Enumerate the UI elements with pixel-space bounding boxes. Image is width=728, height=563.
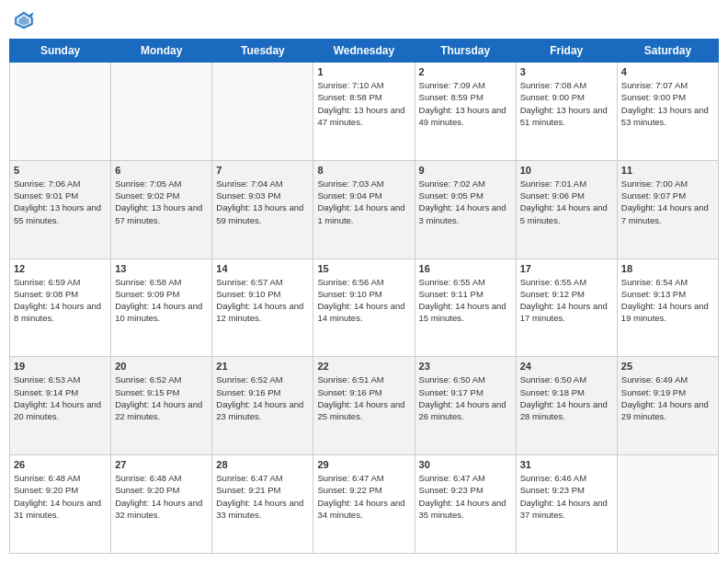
table-row: 24Sunrise: 6:50 AMSunset: 9:18 PMDayligh…	[516, 357, 617, 455]
day-number: 21	[216, 361, 309, 372]
table-row: 30Sunrise: 6:47 AMSunset: 9:23 PMDayligh…	[415, 455, 516, 554]
daylight-text: Daylight: 14 hours and 31 minutes.	[14, 497, 107, 522]
table-row: 6Sunrise: 7:05 AMSunset: 9:02 PMDaylight…	[111, 160, 212, 259]
daylight-text: Daylight: 13 hours and 49 minutes.	[419, 104, 512, 129]
day-number: 7	[216, 165, 309, 176]
sunset-text: Sunset: 8:58 PM	[317, 91, 410, 103]
daylight-text: Daylight: 14 hours and 28 minutes.	[520, 398, 613, 423]
sunset-text: Sunset: 9:07 PM	[621, 190, 714, 201]
sunrise-text: Sunrise: 6:49 AM	[621, 373, 714, 385]
daylight-text: Daylight: 14 hours and 29 minutes.	[621, 398, 714, 423]
day-info: Sunrise: 6:47 AMSunset: 9:22 PMDaylight:…	[317, 472, 410, 521]
sunset-text: Sunset: 9:02 PM	[115, 190, 208, 201]
sunset-text: Sunset: 9:00 PM	[621, 91, 714, 103]
table-row: 10Sunrise: 7:01 AMSunset: 9:06 PMDayligh…	[516, 160, 617, 259]
daylight-text: Daylight: 14 hours and 1 minute.	[317, 201, 410, 226]
daylight-text: Daylight: 14 hours and 14 minutes.	[317, 300, 410, 325]
day-info: Sunrise: 7:08 AMSunset: 9:00 PMDaylight:…	[520, 79, 613, 128]
table-row: 23Sunrise: 6:50 AMSunset: 9:17 PMDayligh…	[415, 357, 516, 455]
sunset-text: Sunset: 9:23 PM	[419, 484, 512, 496]
table-row: 13Sunrise: 6:58 AMSunset: 9:09 PMDayligh…	[111, 259, 212, 357]
day-info: Sunrise: 6:55 AMSunset: 9:11 PMDaylight:…	[419, 276, 512, 325]
day-number: 17	[520, 263, 613, 274]
day-number: 15	[317, 263, 410, 274]
day-info: Sunrise: 6:52 AMSunset: 9:15 PMDaylight:…	[115, 373, 208, 422]
day-number: 30	[419, 459, 512, 470]
sunrise-text: Sunrise: 6:52 AM	[216, 373, 309, 385]
sunrise-text: Sunrise: 6:59 AM	[14, 276, 107, 288]
day-info: Sunrise: 6:56 AMSunset: 9:10 PMDaylight:…	[317, 276, 410, 325]
sunrise-text: Sunrise: 7:06 AM	[14, 178, 107, 190]
col-saturday: Saturday	[617, 40, 718, 63]
sunrise-text: Sunrise: 6:56 AM	[317, 276, 410, 288]
sunset-text: Sunset: 9:04 PM	[317, 190, 410, 201]
day-number: 16	[419, 263, 512, 274]
logo-icon	[13, 9, 35, 31]
sunset-text: Sunset: 9:15 PM	[115, 386, 208, 398]
day-info: Sunrise: 7:09 AMSunset: 8:59 PMDaylight:…	[419, 79, 512, 128]
daylight-text: Daylight: 13 hours and 47 minutes.	[317, 104, 410, 129]
sunset-text: Sunset: 9:10 PM	[216, 288, 309, 300]
sunrise-text: Sunrise: 7:07 AM	[621, 79, 714, 91]
sunset-text: Sunset: 9:03 PM	[216, 190, 309, 201]
table-row: 28Sunrise: 6:47 AMSunset: 9:21 PMDayligh…	[212, 455, 313, 554]
day-info: Sunrise: 6:49 AMSunset: 9:19 PMDaylight:…	[621, 373, 714, 422]
sunset-text: Sunset: 9:20 PM	[115, 484, 208, 496]
day-number: 31	[520, 459, 613, 470]
daylight-text: Daylight: 13 hours and 57 minutes.	[115, 201, 208, 226]
sunset-text: Sunset: 9:10 PM	[317, 288, 410, 300]
daylight-text: Daylight: 14 hours and 19 minutes.	[621, 300, 714, 325]
day-info: Sunrise: 6:48 AMSunset: 9:20 PMDaylight:…	[14, 472, 107, 521]
daylight-text: Daylight: 14 hours and 23 minutes.	[216, 398, 309, 423]
day-number: 22	[317, 361, 410, 372]
daylight-text: Daylight: 14 hours and 33 minutes.	[216, 497, 309, 522]
daylight-text: Daylight: 14 hours and 8 minutes.	[14, 300, 107, 325]
sunrise-text: Sunrise: 7:05 AM	[115, 178, 208, 190]
table-row	[111, 63, 212, 161]
day-number: 18	[621, 263, 714, 274]
calendar-week-4: 19Sunrise: 6:53 AMSunset: 9:14 PMDayligh…	[10, 357, 719, 455]
day-number: 13	[115, 263, 208, 274]
table-row: 29Sunrise: 6:47 AMSunset: 9:22 PMDayligh…	[313, 455, 415, 554]
day-number: 9	[419, 165, 512, 176]
sunset-text: Sunset: 9:06 PM	[520, 190, 613, 201]
day-number: 11	[621, 165, 714, 176]
sunrise-text: Sunrise: 6:53 AM	[14, 373, 107, 385]
logo	[13, 9, 39, 31]
daylight-text: Daylight: 14 hours and 26 minutes.	[419, 398, 512, 423]
day-number: 1	[317, 66, 410, 77]
table-row: 17Sunrise: 6:55 AMSunset: 9:12 PMDayligh…	[516, 259, 617, 357]
sunrise-text: Sunrise: 6:47 AM	[317, 472, 410, 484]
day-info: Sunrise: 6:48 AMSunset: 9:20 PMDaylight:…	[115, 472, 208, 521]
daylight-text: Daylight: 14 hours and 10 minutes.	[115, 300, 208, 325]
day-info: Sunrise: 7:01 AMSunset: 9:06 PMDaylight:…	[520, 178, 613, 226]
table-row: 21Sunrise: 6:52 AMSunset: 9:16 PMDayligh…	[212, 357, 313, 455]
daylight-text: Daylight: 13 hours and 53 minutes.	[621, 104, 714, 129]
table-row: 14Sunrise: 6:57 AMSunset: 9:10 PMDayligh…	[212, 259, 313, 357]
sunrise-text: Sunrise: 6:51 AM	[317, 373, 410, 385]
day-info: Sunrise: 6:52 AMSunset: 9:16 PMDaylight:…	[216, 373, 309, 422]
day-info: Sunrise: 7:03 AMSunset: 9:04 PMDaylight:…	[317, 178, 410, 226]
day-info: Sunrise: 7:07 AMSunset: 9:00 PMDaylight:…	[621, 79, 714, 128]
day-info: Sunrise: 6:47 AMSunset: 9:21 PMDaylight:…	[216, 472, 309, 521]
sunrise-text: Sunrise: 6:50 AM	[419, 373, 512, 385]
day-number: 4	[621, 66, 714, 77]
sunrise-text: Sunrise: 6:47 AM	[419, 472, 512, 484]
daylight-text: Daylight: 14 hours and 20 minutes.	[14, 398, 107, 423]
day-number: 6	[115, 165, 208, 176]
daylight-text: Daylight: 14 hours and 12 minutes.	[216, 300, 309, 325]
day-info: Sunrise: 6:58 AMSunset: 9:09 PMDaylight:…	[115, 276, 208, 325]
sunset-text: Sunset: 9:05 PM	[419, 190, 512, 201]
sunset-text: Sunset: 9:17 PM	[419, 386, 512, 398]
day-number: 8	[317, 165, 410, 176]
col-wednesday: Wednesday	[313, 40, 415, 63]
sunset-text: Sunset: 9:08 PM	[14, 288, 107, 300]
daylight-text: Daylight: 13 hours and 59 minutes.	[216, 201, 309, 226]
table-row: 15Sunrise: 6:56 AMSunset: 9:10 PMDayligh…	[313, 259, 415, 357]
table-row: 18Sunrise: 6:54 AMSunset: 9:13 PMDayligh…	[617, 259, 718, 357]
daylight-text: Daylight: 13 hours and 55 minutes.	[14, 201, 107, 226]
day-info: Sunrise: 6:50 AMSunset: 9:18 PMDaylight:…	[520, 373, 613, 422]
daylight-text: Daylight: 13 hours and 51 minutes.	[520, 104, 613, 129]
day-info: Sunrise: 6:47 AMSunset: 9:23 PMDaylight:…	[419, 472, 512, 521]
calendar-table: Sunday Monday Tuesday Wednesday Thursday…	[9, 39, 719, 554]
